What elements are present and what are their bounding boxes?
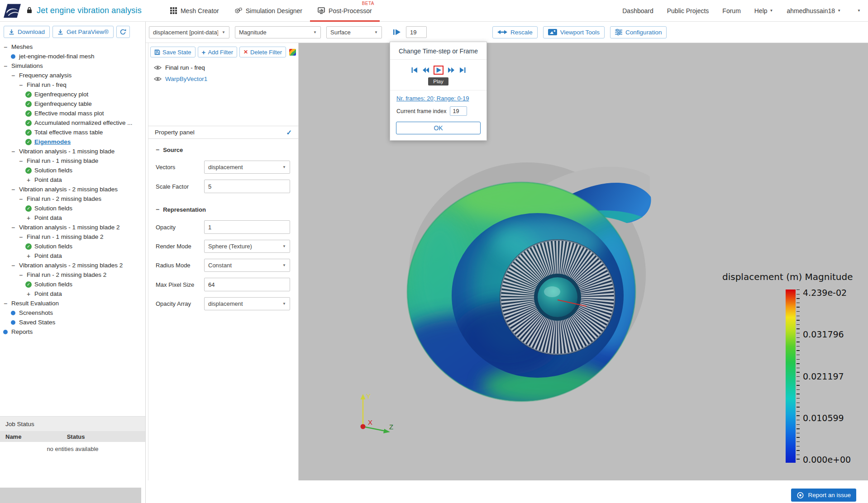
user-menu[interactable]: ahmedhussain18 ▼ bbox=[787, 7, 841, 14]
vectors-select[interactable]: displacement ▼ bbox=[204, 161, 290, 174]
tree-item-vibration-analysis-1-missing-blade[interactable]: −Vibration analysis - 1 missing blade bbox=[0, 147, 145, 156]
tree-item-eigenmodes[interactable]: ✓Eigenmodes bbox=[0, 137, 145, 147]
tree-item-final-run-freq[interactable]: −Final run - freq bbox=[0, 80, 145, 90]
report-issue-button[interactable]: Report an issue bbox=[791, 489, 856, 502]
tree-item-accumulated-normalized-effective[interactable]: ✓Accumulated normalized effective ... bbox=[0, 118, 145, 128]
play-animation-button[interactable] bbox=[393, 28, 402, 36]
rescale-button[interactable]: Rescale bbox=[492, 26, 538, 38]
pipeline-item-final-run-freq[interactable]: Final run - freq bbox=[148, 62, 298, 73]
chevron-down-icon[interactable]: ▼ bbox=[857, 9, 861, 13]
representation-select[interactable]: Surface ▼ bbox=[326, 26, 382, 38]
collapse-icon[interactable]: − bbox=[17, 271, 24, 279]
collapse-icon[interactable]: − bbox=[17, 233, 24, 241]
tree-item-final-run-1-missing-blade-2[interactable]: −Final run - 1 missing blade 2 bbox=[0, 232, 145, 242]
tree-item-saved-states[interactable]: Saved States bbox=[0, 318, 145, 327]
tree-item-eigenfrequency-plot[interactable]: ✓Eigenfrequency plot bbox=[0, 90, 145, 99]
component-select[interactable]: Magnitude ▼ bbox=[235, 26, 321, 38]
tree-item-total-effective-mass-table[interactable]: ✓Total effective mass table bbox=[0, 128, 145, 137]
delete-filter-button[interactable]: ✕ Delete Filter bbox=[239, 47, 286, 57]
download-button[interactable]: Download bbox=[4, 26, 50, 38]
tree-item-effective-modal-mass-plot[interactable]: ✓Effective modal mass plot bbox=[0, 109, 145, 118]
topbar-link-public-projects[interactable]: Public Projects bbox=[667, 7, 709, 14]
representation-section-header[interactable]: − Representation bbox=[148, 206, 298, 213]
collapse-icon[interactable]: − bbox=[10, 224, 17, 231]
radius-mode-label: Radius Mode bbox=[156, 262, 191, 269]
frame-number-input[interactable] bbox=[406, 26, 427, 38]
expand-icon[interactable]: + bbox=[25, 214, 32, 222]
collapse-icon[interactable]: − bbox=[17, 81, 24, 89]
previous-frame-button[interactable] bbox=[422, 67, 429, 73]
save-state-button[interactable]: Save State bbox=[150, 47, 196, 57]
tree-item-frequency-analysis[interactable]: −Frequency analysis bbox=[0, 71, 145, 80]
play-button[interactable] bbox=[434, 66, 444, 75]
tree-item-point-data[interactable]: +Point data bbox=[0, 251, 145, 261]
ok-button[interactable]: OK bbox=[396, 122, 481, 134]
add-filter-button[interactable]: + Add Filter bbox=[198, 47, 237, 57]
field-select[interactable]: displacement [point-data] ▼ bbox=[149, 26, 229, 38]
visibility-eye-icon[interactable] bbox=[154, 76, 162, 81]
tree-item-simulations[interactable]: −Simulations bbox=[0, 61, 145, 71]
tab-mesh-creator[interactable]: Mesh Creator bbox=[162, 0, 227, 22]
collapse-icon[interactable]: − bbox=[17, 195, 24, 203]
tree-item-reports[interactable]: Reports bbox=[0, 327, 145, 337]
opacity-array-select[interactable]: displacement ▼ bbox=[204, 297, 290, 310]
apply-check-icon[interactable]: ✓ bbox=[286, 128, 292, 137]
tree-item-vibration-analysis-1-missing-blade-2[interactable]: −Vibration analysis - 1 missing blade 2 bbox=[0, 223, 145, 232]
tree-item-point-data[interactable]: +Point data bbox=[0, 213, 145, 223]
expand-icon[interactable]: + bbox=[25, 252, 32, 260]
tree-item-screenshots[interactable]: Screenshots bbox=[0, 308, 145, 318]
render-mode-select[interactable]: Sphere (Texture) ▼ bbox=[204, 240, 290, 253]
help-menu[interactable]: Help ▼ bbox=[754, 7, 773, 14]
collapse-icon[interactable]: − bbox=[17, 157, 24, 165]
chevron-down-icon: ▼ bbox=[282, 302, 286, 306]
tab-simulation-designer[interactable]: Simulation Designer bbox=[227, 0, 310, 22]
report-issue-icon bbox=[796, 492, 804, 499]
configuration-button[interactable]: Configuration bbox=[610, 26, 667, 38]
viewport-tools-button[interactable]: Viewport Tools bbox=[543, 26, 605, 38]
collapse-icon[interactable]: − bbox=[10, 148, 17, 155]
collapse-icon[interactable]: − bbox=[2, 43, 9, 51]
current-frame-input[interactable] bbox=[450, 106, 467, 116]
tab-post-processor[interactable]: Post-ProcessorBETA bbox=[310, 0, 380, 22]
expand-icon[interactable]: + bbox=[25, 176, 32, 184]
tree-item-solution-fields[interactable]: ✓Solution fields bbox=[0, 166, 145, 175]
tree-item-meshes[interactable]: −Meshes bbox=[0, 42, 145, 52]
max-pixel-size-input[interactable] bbox=[204, 278, 290, 291]
refresh-button[interactable] bbox=[116, 26, 130, 38]
collapse-icon[interactable]: − bbox=[2, 300, 9, 307]
pipeline-item-warpbyvector1[interactable]: WarpByVector1 bbox=[148, 73, 298, 85]
skip-to-end-button[interactable] bbox=[459, 67, 466, 73]
tree-item-final-run-2-missing-blades[interactable]: −Final run - 2 missing blades bbox=[0, 194, 145, 204]
source-section-header[interactable]: − Source bbox=[148, 146, 298, 153]
tree-item-solution-fields[interactable]: ✓Solution fields bbox=[0, 242, 145, 251]
collapse-icon[interactable]: − bbox=[10, 72, 17, 79]
tree-item-vibration-analysis-2-missing-blades[interactable]: −Vibration analysis - 2 missing blades bbox=[0, 185, 145, 194]
tree-item-final-run-2-missing-blades-2[interactable]: −Final run - 2 missing blades 2 bbox=[0, 270, 145, 280]
color-palette-icon[interactable] bbox=[289, 49, 296, 56]
collapse-icon[interactable]: − bbox=[2, 62, 9, 70]
tree-item-result-evaluation[interactable]: −Result Evaluation bbox=[0, 299, 145, 308]
expand-icon[interactable]: + bbox=[25, 290, 32, 298]
topbar-link-forum[interactable]: Forum bbox=[722, 7, 740, 14]
skip-to-start-button[interactable] bbox=[411, 67, 418, 73]
radius-mode-select[interactable]: Constant ▼ bbox=[204, 259, 290, 272]
tree-item-jet-engine-model-final-mesh[interactable]: jet-engine-model-final mesh bbox=[0, 52, 145, 61]
tree-item-point-data[interactable]: +Point data bbox=[0, 175, 145, 185]
collapse-icon[interactable]: − bbox=[10, 186, 17, 193]
topbar-link-dashboard[interactable]: Dashboard bbox=[622, 7, 653, 14]
tree-item-solution-fields[interactable]: ✓Solution fields bbox=[0, 280, 145, 289]
tree-item-solution-fields[interactable]: ✓Solution fields bbox=[0, 204, 145, 213]
tree-item-final-run-1-missing-blade[interactable]: −Final run - 1 missing blade bbox=[0, 156, 145, 166]
viewport-3d[interactable]: Y Z X displacement (m) Magnitude 4.239e-… bbox=[299, 43, 868, 480]
tree-item-vibration-analysis-2-missing-blades-2[interactable]: −Vibration analysis - 2 missing blades 2 bbox=[0, 261, 145, 270]
visibility-eye-icon[interactable] bbox=[154, 65, 162, 70]
scale-factor-input[interactable] bbox=[204, 180, 290, 193]
get-paraview-button[interactable]: Get ParaView® bbox=[52, 26, 114, 38]
collapse-icon[interactable]: − bbox=[10, 262, 17, 269]
tree-item-eigenfrequency-table[interactable]: ✓Eigenfrequency table bbox=[0, 99, 145, 109]
opacity-input[interactable] bbox=[204, 220, 290, 234]
simscale-logo[interactable] bbox=[4, 3, 21, 19]
tree-item-point-data[interactable]: +Point data bbox=[0, 289, 145, 299]
next-frame-button[interactable] bbox=[448, 67, 455, 73]
sliders-icon bbox=[615, 29, 622, 35]
